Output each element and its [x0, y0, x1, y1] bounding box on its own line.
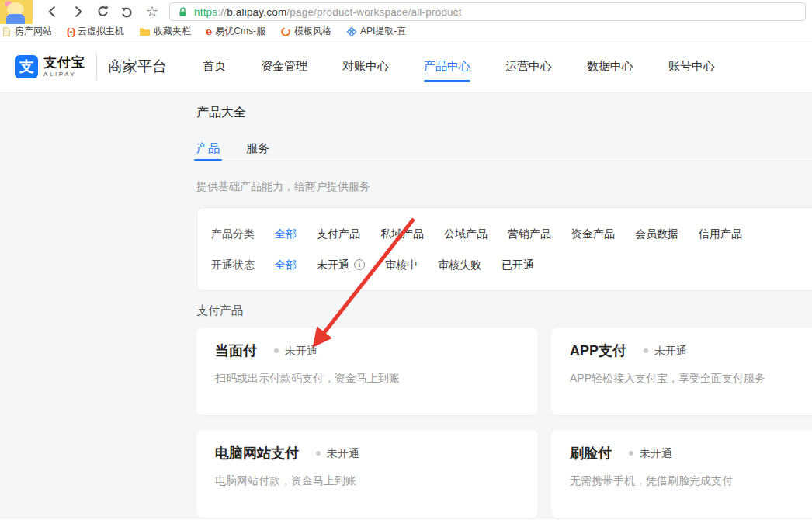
filter-options: 全部 支付产品 私域产品 公域产品 营销产品 资金产品 会员数据 信用产品	[275, 228, 742, 239]
forward-button[interactable]	[68, 2, 88, 22]
url-scheme: https	[194, 6, 217, 18]
nav-item-reconcile[interactable]: 对账中心	[342, 40, 389, 92]
browser-user-avatar[interactable]	[0, 0, 33, 24]
status-dot-icon	[644, 348, 648, 353]
avatar-body-shape	[6, 14, 25, 24]
info-icon[interactable]: i	[354, 259, 365, 270]
product-description: 无需携带手机，凭借刷脸完成支付	[570, 473, 812, 487]
platform-title: 商家平台	[108, 57, 167, 77]
bookmark-item[interactable]: API提取-直	[346, 25, 406, 38]
page-subtitle: 提供基础产品能力，给商户提供服务	[196, 181, 812, 192]
back-button[interactable]	[43, 2, 63, 22]
undo-arrow-icon	[120, 5, 135, 19]
bookmark-label: 收藏夹栏	[154, 25, 191, 38]
main-nav: 首页 资金管理 对账中心 产品中心 运营中心 数据中心 账号中心	[203, 40, 715, 92]
product-name: APP支付	[570, 344, 626, 358]
page-icon	[2, 26, 12, 37]
url-separator: ://	[217, 6, 227, 18]
bookmark-item[interactable]: 模板风格	[280, 25, 331, 38]
filter-row-status: 开通状态 全部 未开通 i 审核中 审核失败 已开通	[211, 259, 812, 270]
e-logo-icon: e	[206, 26, 212, 36]
refresh-button[interactable]	[92, 2, 113, 22]
nav-item-funds[interactable]: 资金管理	[261, 40, 307, 92]
undo-button[interactable]	[117, 2, 137, 22]
address-bar[interactable]: https://b.alipay.com/page/product-worksp…	[169, 2, 806, 21]
chevron-right-icon	[71, 5, 85, 19]
status-text: 未开通	[640, 448, 672, 459]
bookmark-label: 房产网站	[15, 25, 52, 38]
filter-option-marketing[interactable]: 营销产品	[508, 228, 551, 239]
status-text: 未开通	[327, 448, 359, 459]
product-status: 未开通	[274, 345, 318, 356]
filter-option-payment[interactable]: 支付产品	[317, 228, 360, 239]
product-card-face-to-face-pay[interactable]: 当面付 未开通 扫码或出示付款码支付，资金马上到账	[196, 328, 538, 415]
bookmark-label: 易优Cms-服	[215, 25, 265, 38]
product-description: 扫码或出示付款码支付，资金马上到账	[215, 371, 519, 385]
url-text: https://b.alipay.com/page/product-worksp…	[194, 6, 462, 18]
status-text: 未开通	[285, 345, 318, 356]
product-card-grid: 当面付 未开通 扫码或出示付款码支付，资金马上到账 APP支付 未开通 APP轻…	[196, 328, 812, 518]
tab-services[interactable]: 服务	[246, 142, 269, 154]
ring-icon	[280, 26, 291, 37]
product-name: 当面付	[215, 344, 257, 358]
product-card-pc-website-pay[interactable]: 电脑网站支付 未开通 电脑网站付款，资金马上到账	[196, 430, 538, 518]
nav-item-operation[interactable]: 运营中心	[505, 40, 552, 92]
page-content: 产品大全 产品 服务 提供基础产品能力，给商户提供服务 产品分类 全部 支付产品…	[0, 93, 812, 519]
bookmark-item[interactable]: 房产网站	[2, 25, 52, 38]
brand-divider	[96, 54, 97, 80]
tab-products[interactable]: 产品	[196, 142, 220, 154]
filter-option-all[interactable]: 全部	[275, 228, 297, 239]
filter-option-opened[interactable]: 已开通	[501, 259, 534, 270]
product-name: 刷脸付	[570, 446, 612, 460]
browser-toolbar: ☆ https://b.alipay.com/page/product-work…	[0, 0, 812, 23]
nav-item-account[interactable]: 账号中心	[668, 40, 715, 92]
star-icon: ☆	[146, 5, 158, 19]
product-description: 电脑网站付款，资金马上到账	[215, 473, 519, 487]
product-name: 电脑网站支付	[215, 446, 299, 460]
secure-lock-icon	[177, 6, 189, 18]
browser-chrome: ☆ https://b.alipay.com/page/product-work…	[0, 0, 812, 40]
brand-text: 支付宝 ALIPAY	[43, 56, 85, 78]
brand-name-cn: 支付宝	[43, 56, 85, 69]
diamond-icon	[346, 26, 357, 37]
product-card-app-pay[interactable]: APP支付 未开通 APP轻松接入支付宝，享受全面支付服务	[551, 328, 812, 415]
bookmark-label: 模板风格	[294, 25, 331, 38]
bookmark-label: API提取-直	[360, 25, 406, 38]
product-status: 未开通	[644, 345, 687, 356]
filter-option-public-domain[interactable]: 公域产品	[444, 228, 488, 239]
brand-name-en: ALIPAY	[43, 71, 85, 78]
product-status: 未开通	[629, 448, 672, 459]
url-path: /page/product-workspace/all-product	[286, 6, 461, 18]
bookmark-item[interactable]: (-) 云虚拟主机	[67, 25, 124, 38]
filter-option-private-domain[interactable]: 私域产品	[380, 228, 424, 239]
bookmark-item[interactable]: e 易优Cms-服	[206, 25, 265, 38]
filter-label: 产品分类	[211, 228, 275, 239]
brackets-icon: (-)	[67, 26, 75, 36]
nav-item-data[interactable]: 数据中心	[587, 40, 633, 92]
product-card-face-scan-pay[interactable]: 刷脸付 未开通 无需携带手机，凭借刷脸完成支付	[551, 430, 812, 518]
filter-option-capital[interactable]: 资金产品	[571, 228, 615, 239]
filter-label: 开通状态	[211, 259, 275, 270]
chevron-left-icon	[46, 5, 60, 19]
alipay-logo-icon[interactable]: 支	[15, 55, 38, 78]
product-card-header: 当面付 未开通	[215, 344, 519, 358]
product-card-header: 电脑网站支付 未开通	[215, 446, 519, 460]
filter-option-review-failed[interactable]: 审核失败	[438, 259, 481, 270]
filter-option-all[interactable]: 全部	[275, 259, 297, 270]
product-card-header: 刷脸付 未开通	[570, 446, 812, 460]
bookmark-label: 云虚拟主机	[78, 25, 124, 38]
url-domain: b.alipay.com	[227, 6, 286, 18]
status-text: 未开通	[654, 345, 687, 356]
filter-options: 全部 未开通 i 审核中 审核失败 已开通	[275, 259, 534, 270]
folder-icon	[139, 26, 151, 36]
refresh-icon	[95, 5, 110, 19]
filter-option-in-review[interactable]: 审核中	[385, 259, 418, 270]
filter-option-credit[interactable]: 信用产品	[699, 228, 742, 239]
filter-option-not-opened[interactable]: 未开通 i	[317, 259, 365, 270]
nav-item-products[interactable]: 产品中心	[424, 40, 470, 92]
nav-item-home[interactable]: 首页	[203, 40, 226, 92]
favorite-star-button[interactable]: ☆	[142, 2, 162, 22]
bookmark-item[interactable]: 收藏夹栏	[139, 25, 191, 38]
tabs: 产品 服务	[196, 142, 812, 161]
filter-option-member-data[interactable]: 会员数据	[635, 228, 678, 239]
